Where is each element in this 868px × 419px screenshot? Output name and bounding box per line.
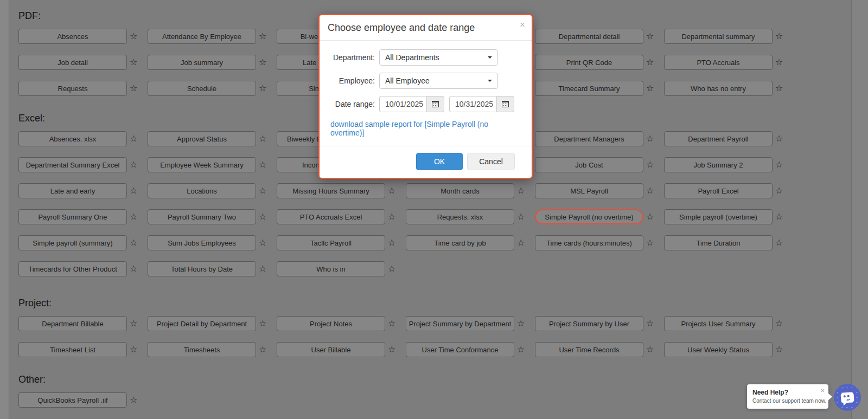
report-button[interactable]: Simple payroll (overtime)	[664, 209, 773, 224]
employee-select[interactable]: All Employee	[379, 73, 498, 89]
report-button[interactable]: Late and early	[18, 183, 127, 198]
favorite-star-icon[interactable]: ☆	[259, 84, 266, 93]
report-button[interactable]: Absences. xlsx	[18, 131, 127, 146]
report-button[interactable]: Simple payroll (summary)	[18, 235, 127, 250]
favorite-star-icon[interactable]: ☆	[646, 319, 654, 328]
report-button[interactable]: Job detail	[18, 55, 127, 70]
favorite-star-icon[interactable]: ☆	[775, 160, 783, 169]
date-from-input[interactable]	[379, 96, 426, 112]
department-select[interactable]: All Departments	[379, 49, 498, 66]
favorite-star-icon[interactable]: ☆	[259, 32, 266, 41]
favorite-star-icon[interactable]: ☆	[130, 160, 137, 169]
report-button[interactable]: Absences	[18, 29, 127, 44]
favorite-star-icon[interactable]: ☆	[517, 345, 525, 354]
favorite-star-icon[interactable]: ☆	[775, 319, 783, 328]
report-button[interactable]: Attendance By Employee	[148, 29, 256, 44]
report-button[interactable]: Print QR Code	[535, 55, 643, 70]
favorite-star-icon[interactable]: ☆	[775, 345, 783, 354]
favorite-star-icon[interactable]: ☆	[388, 212, 395, 221]
report-button[interactable]: Project Summary by Department	[406, 316, 514, 331]
report-button[interactable]: Locations	[148, 183, 256, 198]
favorite-star-icon[interactable]: ☆	[259, 186, 266, 195]
report-button[interactable]: Time Duration	[664, 235, 773, 250]
favorite-star-icon[interactable]: ☆	[130, 265, 137, 273]
favorite-star-icon[interactable]: ☆	[259, 238, 266, 247]
favorite-star-icon[interactable]: ☆	[259, 160, 266, 169]
favorite-star-icon[interactable]: ☆	[130, 212, 137, 221]
favorite-star-icon[interactable]: ☆	[130, 84, 137, 93]
report-button[interactable]: Department Payroll	[664, 131, 773, 146]
favorite-star-icon[interactable]: ☆	[130, 396, 137, 404]
ok-button[interactable]: OK	[416, 153, 463, 170]
favorite-star-icon[interactable]: ☆	[259, 58, 266, 67]
favorite-star-icon[interactable]: ☆	[646, 134, 654, 143]
favorite-star-icon[interactable]: ☆	[130, 186, 137, 195]
favorite-star-icon[interactable]: ☆	[775, 134, 783, 143]
cancel-button[interactable]: Cancel	[467, 153, 515, 170]
report-button[interactable]: Tacllc Payroll	[277, 235, 385, 250]
report-button[interactable]: Payroll Excel	[664, 183, 773, 198]
favorite-star-icon[interactable]: ☆	[259, 265, 266, 273]
report-button[interactable]: Month cards	[406, 183, 514, 198]
favorite-star-icon[interactable]: ☆	[517, 238, 525, 247]
report-button[interactable]: Job summary	[148, 55, 256, 70]
date-to-input[interactable]	[449, 96, 496, 112]
favorite-star-icon[interactable]: ☆	[646, 160, 654, 169]
favorite-star-icon[interactable]: ☆	[388, 186, 395, 195]
report-button[interactable]: Who is in	[277, 261, 385, 276]
report-button[interactable]: User Weekly Status	[664, 342, 773, 357]
favorite-star-icon[interactable]: ☆	[775, 58, 783, 67]
download-sample-report-link[interactable]: download sample report for [Simple Payro…	[330, 120, 521, 137]
favorite-star-icon[interactable]: ☆	[646, 238, 654, 247]
report-button[interactable]: Departmental Summary Excel	[18, 157, 127, 172]
favorite-star-icon[interactable]: ☆	[130, 32, 137, 41]
favorite-star-icon[interactable]: ☆	[775, 32, 783, 41]
favorite-star-icon[interactable]: ☆	[388, 319, 395, 328]
report-button[interactable]: Time cards (hours:minutes)	[535, 235, 643, 250]
report-button[interactable]: Projects User Summary	[664, 316, 773, 331]
report-button[interactable]: Missing Hours Summary	[277, 183, 385, 198]
report-button[interactable]: Project Detail by Department	[148, 316, 256, 331]
favorite-star-icon[interactable]: ☆	[388, 265, 395, 273]
report-button[interactable]: Schedule	[148, 81, 256, 96]
report-button[interactable]: Job Summary 2	[664, 157, 773, 172]
favorite-star-icon[interactable]: ☆	[259, 212, 266, 221]
close-icon[interactable]: ×	[520, 20, 525, 29]
favorite-star-icon[interactable]: ☆	[646, 345, 654, 354]
favorite-star-icon[interactable]: ☆	[646, 58, 654, 67]
report-button[interactable]: Time card by job	[406, 235, 514, 250]
support-chat-button[interactable]	[834, 384, 861, 411]
report-button[interactable]: Payroll Summary Two	[148, 209, 256, 224]
close-icon[interactable]: ×	[820, 387, 825, 394]
report-button[interactable]: Sum Jobs Employees	[148, 235, 256, 250]
report-button[interactable]: Requests	[18, 81, 127, 96]
favorite-star-icon[interactable]: ☆	[130, 238, 137, 247]
report-button[interactable]: Payroll Summary One	[18, 209, 127, 224]
report-button[interactable]: Timecard Summary	[535, 81, 643, 96]
favorite-star-icon[interactable]: ☆	[259, 345, 266, 354]
favorite-star-icon[interactable]: ☆	[517, 212, 525, 221]
favorite-star-icon[interactable]: ☆	[775, 84, 783, 93]
favorite-star-icon[interactable]: ☆	[259, 319, 266, 328]
report-button[interactable]: Simple Payroll (no overtime)	[535, 209, 643, 224]
favorite-star-icon[interactable]: ☆	[259, 134, 266, 143]
report-button[interactable]: Departmental summary	[664, 29, 773, 44]
report-button[interactable]: Requests. xlsx	[406, 209, 514, 224]
date-to-calendar-button[interactable]	[496, 96, 514, 112]
favorite-star-icon[interactable]: ☆	[775, 238, 783, 247]
favorite-star-icon[interactable]: ☆	[130, 58, 137, 67]
favorite-star-icon[interactable]: ☆	[130, 134, 137, 143]
favorite-star-icon[interactable]: ☆	[775, 186, 783, 195]
report-button[interactable]: Department Billable	[18, 316, 127, 331]
report-button[interactable]: QuickBooks Payroll .iif	[18, 392, 127, 408]
report-button[interactable]: Department Managers	[535, 131, 643, 146]
report-button[interactable]: Approval Status	[148, 131, 256, 146]
report-button[interactable]: User Billable	[277, 342, 385, 357]
report-button[interactable]: User Time Conformance	[406, 342, 514, 357]
favorite-star-icon[interactable]: ☆	[646, 186, 654, 195]
favorite-star-icon[interactable]: ☆	[130, 345, 137, 354]
report-button[interactable]: Departmental detail	[535, 29, 643, 44]
favorite-star-icon[interactable]: ☆	[517, 186, 525, 195]
report-button[interactable]: PTO Accruals	[664, 55, 773, 70]
report-button[interactable]: PTO Accruals Excel	[277, 209, 385, 224]
